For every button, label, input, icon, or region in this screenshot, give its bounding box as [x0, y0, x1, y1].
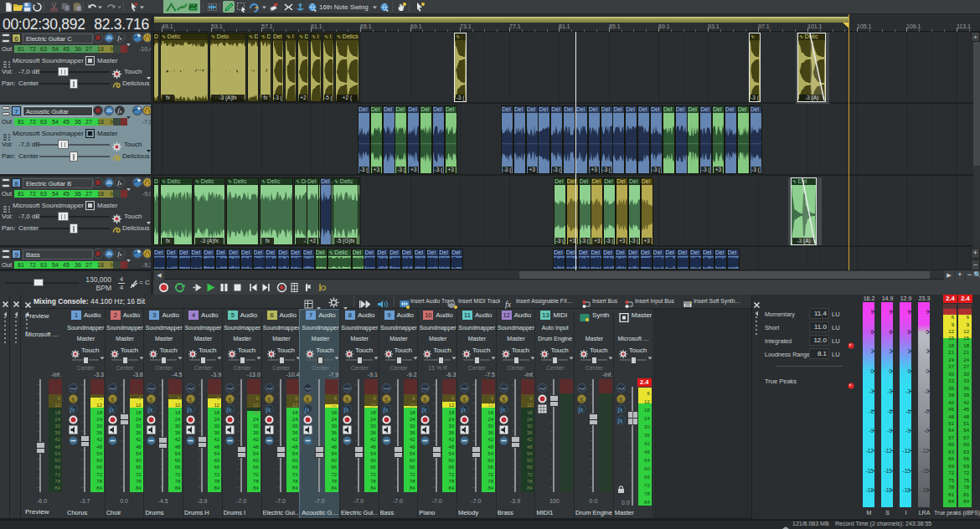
svg-text:fx: fx: [579, 406, 584, 413]
svg-text:fx: fx: [617, 416, 622, 424]
